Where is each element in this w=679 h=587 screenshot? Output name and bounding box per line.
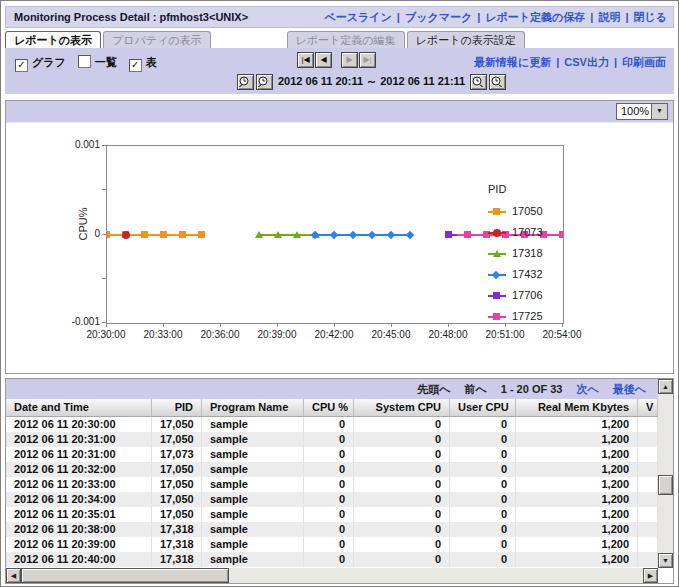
time-forward-fast-button[interactable] — [489, 74, 506, 90]
series-marker-17725 — [464, 231, 471, 238]
checkbox-item-2[interactable]: 一覧 — [78, 55, 117, 70]
header-link-3[interactable]: レポート定義の保存 — [485, 11, 585, 23]
checkbox-icon[interactable]: ✓ — [129, 59, 142, 72]
time-forward-button[interactable] — [470, 74, 487, 90]
table-cell: 17,050 — [152, 507, 202, 522]
link-separator: | — [625, 11, 628, 23]
zoom-bar: 100% ▼ — [6, 101, 673, 123]
header-link-2[interactable]: ブックマーク — [405, 11, 472, 23]
header-link-5[interactable]: 閉じる — [633, 11, 667, 23]
pager-1-button: 先頭へ — [417, 383, 450, 395]
table-cell: 17,050 — [152, 462, 202, 477]
column-header-real-mem-kbytes: Real Mem Kbytes — [516, 399, 638, 417]
zoom-select[interactable]: 100% ▼ — [616, 103, 668, 120]
y-minor-tick-mark — [102, 278, 106, 279]
column-header-user-cpu: User CPU — [450, 399, 516, 417]
chevron-down-icon[interactable]: ▼ — [651, 104, 667, 119]
checkbox-label: 表 — [146, 56, 157, 68]
x-tick-label: 20:33:00 — [133, 329, 193, 340]
series-marker-17318 — [274, 231, 282, 238]
legend-label: 17318 — [512, 247, 543, 259]
y-tick-mark — [102, 145, 106, 146]
legend-marker-17432 — [488, 274, 506, 276]
legend-label: 17706 — [512, 289, 543, 301]
legend-item-17318: 17318 — [488, 243, 543, 264]
scroll-down-icon[interactable]: ▼ — [658, 553, 673, 568]
table-cell: 0 — [304, 537, 354, 552]
x-tick-mark — [277, 323, 278, 327]
table-cell: 17,050 — [152, 477, 202, 492]
series-marker-17050 — [160, 231, 167, 238]
pager-5-button[interactable]: 最後へ — [613, 383, 646, 395]
legend-title: PID — [488, 183, 543, 195]
series-marker-17432 — [387, 230, 395, 238]
toolbar-link-3[interactable]: 印刷画面 — [622, 56, 666, 68]
table-header: Date and TimePIDProgram NameCPU %System … — [6, 399, 658, 417]
table-row: 2012 06 11 20:32:0017,050sample0001,200 — [6, 462, 658, 477]
table-cell: 2012 06 11 20:40:00 — [6, 552, 152, 567]
table-cell — [638, 417, 658, 432]
series-marker-17725 — [493, 313, 500, 320]
table-cell: 2012 06 11 20:38:00 — [6, 522, 152, 537]
pager-4-button[interactable]: 次へ — [576, 383, 598, 395]
table-body: 2012 06 11 20:30:0017,050sample0001,2002… — [6, 417, 658, 568]
table-cell: 0 — [354, 507, 450, 522]
table-cell: 17,073 — [152, 447, 202, 462]
table-cell: 0 — [304, 507, 354, 522]
column-header-v: V — [638, 399, 658, 417]
chart-area: CPU% PID 170501707317318174321770617725 … — [6, 123, 673, 373]
table-row: 2012 06 11 20:30:0017,050sample0001,200 — [6, 417, 658, 432]
vertical-scrollbar[interactable]: ▲ ▼ — [658, 379, 673, 568]
vertical-scroll-thumb[interactable] — [658, 475, 673, 495]
toolbar-link-1[interactable]: 最新情報に更新 — [474, 56, 551, 68]
table-cell: 2012 06 11 20:34:00 — [6, 492, 152, 507]
table-cell: 17,318 — [152, 552, 202, 567]
table-row: 2012 06 11 20:39:0017,318sample0001,200 — [6, 537, 658, 552]
tab-bar: レポートの表示プロパティの表示レポート定義の編集レポートの表示設定2012 06… — [5, 30, 674, 48]
nav-next-button: ▶ — [341, 52, 358, 68]
table-cell: sample — [202, 432, 304, 447]
tab-1[interactable]: レポートの表示 — [5, 31, 101, 48]
time-back-fast-button[interactable] — [237, 74, 254, 90]
table-cell: 0 — [304, 552, 354, 567]
chart-panel: 100% ▼ CPU% PID 170501707317318174321770… — [5, 100, 674, 374]
nav-first-button[interactable]: |◀ — [297, 52, 314, 68]
scroll-right-icon[interactable]: ▶ — [643, 568, 658, 583]
table-cell: 0 — [304, 432, 354, 447]
horizontal-scroll-thumb[interactable] — [21, 568, 229, 583]
checkbox-item-1[interactable]: ✓グラフ — [15, 55, 66, 72]
tab-4[interactable]: レポートの表示設定 — [407, 31, 525, 48]
display-type-checkboxes: ✓グラフ一覧✓表 — [15, 55, 169, 72]
scroll-up-icon[interactable]: ▲ — [658, 379, 673, 394]
time-back-button[interactable] — [256, 74, 273, 90]
checkbox-icon[interactable]: ✓ — [15, 59, 28, 72]
pager-2-button: 前へ — [464, 383, 486, 395]
legend-item-17073: 17073 — [488, 222, 543, 243]
scroll-left-icon[interactable]: ◀ — [6, 568, 21, 583]
table-cell: sample — [202, 552, 304, 567]
link-separator: | — [614, 56, 617, 68]
legend-item-17725: 17725 — [488, 306, 543, 327]
table-cell: 2012 06 11 20:33:00 — [6, 477, 152, 492]
table-cell: 0 — [354, 477, 450, 492]
legend-item-17050: 17050 — [488, 201, 543, 222]
table-cell — [638, 492, 658, 507]
header-link-1[interactable]: ベースライン — [325, 11, 392, 23]
toolbar-link-2[interactable]: CSV出力 — [564, 56, 609, 68]
x-tick-mark — [106, 323, 107, 327]
table-cell: 0 — [450, 462, 516, 477]
y-tick-label: 0.001 — [48, 139, 100, 150]
header-link-4[interactable]: 説明 — [598, 11, 620, 23]
horizontal-scrollbar[interactable]: ◀ ▶ — [6, 568, 658, 583]
checkbox-icon[interactable] — [78, 55, 91, 68]
table-cell: 2012 06 11 20:39:00 — [6, 537, 152, 552]
table-cell: 0 — [304, 462, 354, 477]
x-tick-label: 20:36:00 — [190, 329, 250, 340]
table-cell — [638, 522, 658, 537]
link-separator: | — [477, 11, 480, 23]
table-cell: 0 — [354, 462, 450, 477]
chart-legend: PID 170501707317318174321770617725 — [488, 183, 543, 327]
pagination-bar: 先頭へ前へ1 - 20 OF 33次へ最後へ — [6, 379, 658, 399]
nav-prev-button[interactable]: ◀ — [315, 52, 332, 68]
checkbox-item-3[interactable]: ✓表 — [129, 55, 157, 72]
